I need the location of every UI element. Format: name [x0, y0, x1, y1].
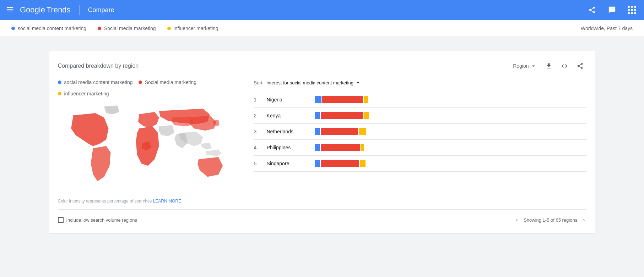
bar-yellow: [364, 96, 368, 103]
bar-yellow: [364, 112, 369, 119]
header: Google Trends Compare: [0, 0, 644, 20]
bar-red: [322, 96, 363, 103]
world-map: [58, 102, 243, 194]
card-legend-label-3: influencer marketing: [64, 91, 109, 96]
low-volume-checkbox[interactable]: [58, 217, 64, 223]
region-rank: 5: [254, 161, 261, 166]
card-legend-dot-3: [58, 92, 61, 95]
legend-item-2: Social media marketing: [98, 26, 156, 31]
bar-blue: [315, 96, 321, 103]
logo-trends: Trends: [47, 5, 71, 15]
legend-label-3: influencer marketing: [174, 26, 218, 31]
region-row: 3 Netherlands: [254, 124, 586, 140]
region-bars: [315, 112, 586, 119]
legend-item-3: influencer marketing: [167, 26, 218, 31]
bar-blue: [315, 112, 320, 119]
bar-blue: [315, 144, 320, 151]
spacer-top: [49, 45, 595, 51]
region-list: 1 Nigeria 2 Kenya 3 Netherlands: [254, 92, 586, 172]
card-header: Compared breakdown by region Region: [58, 60, 586, 72]
card-legend-item-3: influencer marketing: [58, 91, 109, 96]
region-name: Singapore: [267, 161, 309, 166]
card-legend-dot-1: [58, 81, 61, 84]
bar-blue: [315, 160, 320, 167]
card-legend-dot-2: [139, 81, 142, 84]
legend-bar: social media content marketing Social me…: [0, 20, 644, 37]
region-bars: [315, 96, 586, 103]
legend-label-1: social media content marketing: [18, 26, 86, 31]
sort-bar: Sort: Interest for social media content …: [254, 79, 586, 89]
legend-item-1: social media content marketing: [11, 26, 86, 31]
card-legend-item-1: social media content marketing: [58, 79, 133, 85]
region-row: 4 Philippines: [254, 140, 586, 156]
bar-blue: [315, 128, 320, 135]
header-divider: [79, 5, 80, 15]
pagination: ‹ Showing 1-5 of 65 regions ›: [515, 215, 586, 225]
legend-dot-3: [167, 27, 171, 30]
content-area: Compared breakdown by region Region: [38, 37, 606, 247]
main-card: Compared breakdown by region Region: [49, 51, 595, 233]
sort-prefix: Sort:: [254, 80, 264, 85]
region-name: Nigeria: [267, 97, 309, 103]
checkbox-area: Include low search volume regions: [58, 217, 137, 223]
sort-value: Interest for social media content market…: [266, 80, 353, 85]
checkbox-label: Include low search volume regions: [66, 217, 137, 223]
card-inner-legend: social media content marketing Social me…: [58, 79, 243, 96]
region-name: Netherlands: [267, 129, 309, 134]
pagination-next-icon[interactable]: ›: [581, 215, 586, 225]
region-name: Kenya: [267, 113, 309, 118]
header-compare: Compare: [88, 6, 114, 14]
region-row: 5 Singapore: [254, 156, 586, 172]
card-right: Sort: Interest for social media content …: [254, 79, 586, 209]
card-title: Compared breakdown by region: [58, 63, 510, 69]
pagination-prev-icon[interactable]: ‹: [515, 215, 519, 225]
map-note-text: Color intensity represents percentage of…: [58, 199, 152, 204]
bar-yellow: [359, 128, 366, 135]
pagination-text: Showing 1-5 of 65 regions: [524, 217, 577, 223]
card-legend-item-2: Social media marketing: [139, 79, 197, 85]
logo-google: Google: [20, 5, 45, 15]
region-bars: [315, 144, 586, 151]
apps-icon[interactable]: [626, 4, 638, 16]
card-actions: Region: [510, 60, 586, 72]
legend-dot-2: [98, 27, 101, 30]
header-logo: Google Trends: [20, 5, 71, 15]
region-rank: 2: [254, 113, 261, 118]
region-rank: 3: [254, 129, 261, 134]
region-rank: 4: [254, 145, 261, 150]
menu-icon[interactable]: [6, 5, 14, 15]
learn-more-link[interactable]: LEARN MORE: [153, 199, 181, 204]
bar-red: [321, 128, 358, 135]
card-legend-label-2: Social media marketing: [145, 79, 197, 85]
region-name: Philippines: [267, 145, 309, 150]
legend-filter: Worldwide, Past 7 days: [581, 26, 633, 31]
bar-red: [321, 160, 359, 167]
share-card-icon[interactable]: [574, 60, 586, 72]
download-icon[interactable]: [542, 60, 555, 72]
region-bars: [315, 160, 586, 167]
dropdown-arrow-icon: [530, 63, 537, 69]
embed-icon[interactable]: [558, 60, 571, 72]
region-rank: 1: [254, 97, 261, 103]
sort-dropdown-arrow-icon: [355, 79, 361, 86]
region-row: 1 Nigeria: [254, 92, 586, 108]
legend-label-2: Social media marketing: [104, 26, 156, 31]
card-body: social media content marketing Social me…: [58, 79, 586, 209]
bar-red: [321, 144, 360, 151]
region-bars: [315, 128, 586, 135]
card-footer: Include low search volume regions ‹ Show…: [58, 209, 586, 225]
map-note: Color intensity represents percentage of…: [58, 199, 243, 204]
card-left: social media content marketing Social me…: [58, 79, 243, 209]
region-dropdown[interactable]: Region: [510, 61, 539, 71]
sort-dropdown[interactable]: Interest for social media content market…: [266, 79, 361, 86]
bar-yellow: [361, 144, 364, 151]
share-icon[interactable]: [586, 4, 599, 16]
region-row: 2 Kenya: [254, 108, 586, 124]
map-container: [58, 102, 243, 194]
feedback-icon[interactable]: [606, 4, 618, 16]
header-icons: [586, 4, 638, 16]
bar-red: [321, 112, 363, 119]
bar-yellow: [360, 160, 366, 167]
card-legend-label-1: social media content marketing: [64, 79, 133, 85]
legend-dot-1: [11, 27, 15, 30]
